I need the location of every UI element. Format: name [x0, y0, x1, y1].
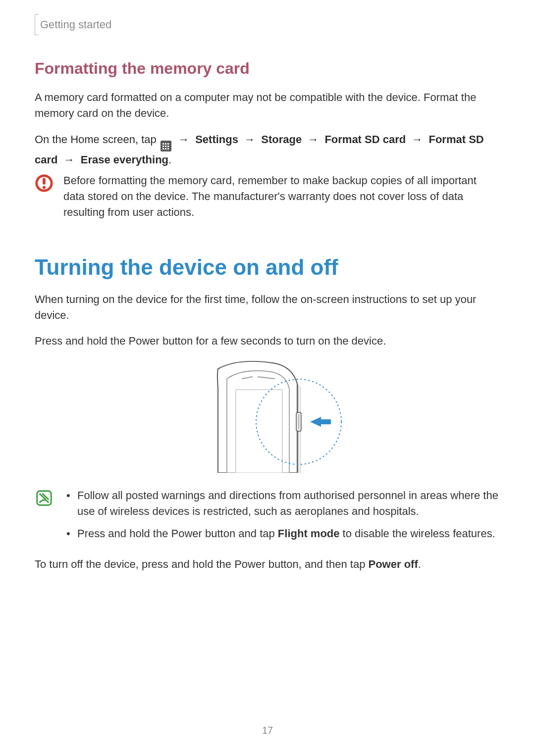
arrow-icon: →: [244, 133, 255, 146]
page-number: 17: [0, 725, 535, 736]
subheading-formatting: Formatting the memory card: [35, 59, 500, 78]
nav-storage: Storage: [261, 133, 302, 146]
svg-point-2: [43, 186, 46, 189]
caution-icon: [35, 174, 54, 193]
section-label: Getting started: [40, 18, 111, 31]
svg-rect-1: [43, 178, 46, 185]
svg-marker-10: [310, 417, 331, 427]
turnoff-bold: Power off: [369, 558, 418, 570]
heading-turning-on-off: Turning the device on and off: [35, 255, 500, 280]
nav-settings: Settings: [195, 133, 238, 146]
nav-erase: Erase everything: [81, 153, 168, 166]
tip-block: Follow all posted warnings and direction…: [35, 488, 500, 549]
apps-icon: [160, 141, 171, 151]
turnoff-b: .: [418, 558, 421, 570]
tip-bullet-1: Follow all posted warnings and direction…: [63, 488, 500, 519]
page-header: Getting started: [35, 15, 500, 35]
arrow-icon: →: [178, 133, 189, 146]
tip-icon: [35, 489, 54, 507]
para-turn-off: To turn off the device, press and hold t…: [35, 556, 500, 572]
header-tick-mark: [35, 15, 35, 35]
nav-path: On the Home screen, tap → Settings → Sto…: [35, 131, 500, 168]
nav-path-prefix: On the Home screen, tap: [35, 133, 160, 146]
tip-bullet-2: Press and hold the Power button and tap …: [63, 526, 500, 542]
nav-format-sd-1: Format SD card: [324, 133, 406, 146]
arrow-icon: →: [308, 133, 319, 146]
tip-text: Follow all posted warnings and direction…: [63, 488, 500, 549]
device-power-illustration: [188, 359, 347, 473]
tip2-a: Press and hold the Power button and tap: [77, 527, 278, 540]
tip2-bold: Flight mode: [278, 527, 340, 540]
para-format-intro: A memory card formatted on a computer ma…: [35, 90, 500, 121]
para-first-time: When turning on the device for the first…: [35, 292, 500, 323]
tip2-b: to disable the wireless features.: [340, 527, 495, 540]
arrow-icon: →: [64, 153, 75, 166]
turnoff-a: To turn off the device, press and hold t…: [35, 558, 369, 570]
caution-text: Before formatting the memory card, remem…: [63, 173, 500, 220]
nav-period: .: [168, 153, 171, 166]
para-press-hold: Press and hold the Power button for a fe…: [35, 333, 500, 349]
arrow-icon: →: [412, 133, 423, 146]
caution-block: Before formatting the memory card, remem…: [35, 173, 500, 220]
